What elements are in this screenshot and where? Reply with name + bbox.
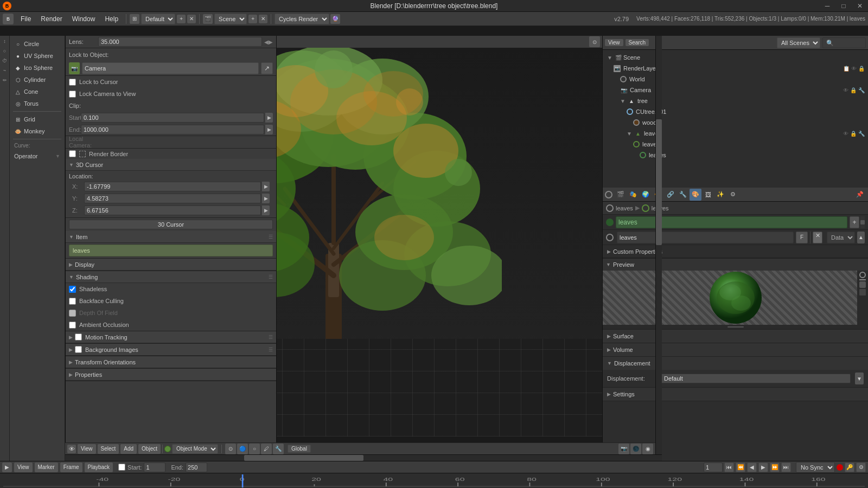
shading-header[interactable]: ▼ Shading ☰ — [66, 271, 276, 283]
leaves-mesh-lock[interactable]: 🔒 — [850, 131, 857, 137]
item-name-input[interactable] — [69, 245, 273, 256]
proportional-icon[interactable]: ○ — [249, 444, 260, 454]
add-button[interactable]: Add — [120, 444, 137, 454]
timeline-ruler[interactable]: -40 -20 0 20 40 60 80 100 120 140 160 — [0, 473, 868, 488]
viewport-display-icon[interactable]: ⊙ — [589, 36, 600, 47]
scene-collapse[interactable]: ▼ — [607, 55, 612, 61]
all-scenes-select[interactable]: All Scenes — [777, 37, 820, 48]
preview-cube-icon[interactable] — [859, 281, 866, 288]
render-menu[interactable]: Render — [36, 14, 66, 24]
props-particles-icon[interactable]: ✨ — [714, 189, 726, 201]
cursor-z-input[interactable] — [84, 206, 261, 215]
tree-item-leaves-mesh[interactable]: ▼ ▲ leaves 👁 🔒 🔧 — [604, 128, 867, 139]
leaves-mesh-render[interactable]: 🔧 — [858, 131, 865, 137]
data-x-button[interactable]: ✕ — [813, 232, 822, 243]
clip-start-input[interactable] — [81, 113, 264, 123]
data-browse-button[interactable]: ▲ — [857, 232, 865, 243]
data-name-input[interactable] — [617, 232, 794, 243]
strip-icon-obj[interactable]: ○ — [1, 47, 9, 55]
camera-input[interactable] — [82, 62, 259, 74]
props-pin-icon[interactable]: 📌 — [854, 189, 866, 201]
step-forward-button[interactable]: ⏩ — [770, 463, 780, 472]
tree-item-tree[interactable]: ▼ ▲ tree — [604, 95, 867, 106]
file-menu[interactable]: File — [16, 14, 35, 24]
scene-select[interactable]: Scene — [214, 14, 247, 24]
cursor-x-input[interactable] — [84, 182, 261, 191]
view-icon[interactable]: 👁 — [67, 445, 76, 453]
workspace-add-button[interactable]: + — [177, 15, 186, 23]
tree-item-leaves-mat[interactable]: leaves — [604, 139, 867, 150]
sidebar-item-circle[interactable]: ○ Circle — [11, 38, 63, 50]
snap-magnet-icon[interactable]: 🔵 — [237, 444, 248, 454]
displacement-select[interactable]: Default — [660, 374, 851, 383]
camera-browse-button[interactable]: ↗ — [261, 62, 273, 74]
displacement-header[interactable]: ▼ Displacement — [603, 357, 868, 370]
workspace-select[interactable]: Default — [141, 14, 175, 24]
tree-item-renderlayers[interactable]: 📷 RenderLayers 📋 👁 🔒 — [604, 63, 867, 74]
cursor-z-inc[interactable]: ▶ — [262, 206, 270, 215]
timeline-marker-button[interactable]: Marker — [35, 463, 58, 472]
tree-item-world[interactable]: World — [604, 74, 867, 85]
shading-icon[interactable]: 🌑 — [630, 444, 641, 454]
sidebar-item-uvsphere[interactable]: ● UV Sphere — [11, 50, 63, 62]
display-header[interactable]: ▶ Display — [66, 259, 276, 271]
lens-input[interactable] — [98, 37, 262, 47]
tree-item-cutree[interactable]: CUtree.001 — [604, 106, 867, 117]
item-header[interactable]: ▼ Item ☰ — [66, 231, 276, 243]
timeline-lock-checkbox[interactable] — [118, 464, 125, 471]
cursor-3d-header[interactable]: ▼ 3D Cursor — [66, 159, 276, 171]
view-button[interactable]: View — [78, 444, 96, 454]
viewport-vscrollbar[interactable] — [655, 36, 662, 454]
surface-header[interactable]: ▶ Surface — [603, 330, 868, 343]
tree-collapse[interactable]: ▼ — [620, 98, 626, 104]
props-world-icon[interactable]: 🌍 — [640, 189, 652, 201]
select-button[interactable]: Select — [98, 444, 119, 454]
leaves-mesh-eye[interactable]: 👁 — [843, 131, 848, 137]
render-engine-select[interactable]: Cycles Render — [275, 14, 329, 24]
material-name-input[interactable] — [616, 216, 847, 228]
maximize-button[interactable]: □ — [835, 0, 852, 12]
window-menu[interactable]: Window — [68, 14, 100, 24]
strip-icon-rel[interactable]: ↕ — [1, 37, 9, 46]
clip-start-inc[interactable]: ▶ — [265, 113, 273, 123]
strip-icon-phys[interactable]: ~ — [1, 66, 9, 75]
timeline-menu-button[interactable]: ⚙ — [856, 463, 866, 472]
jump-to-start-button[interactable]: ⏮ — [724, 463, 734, 472]
minimize-button[interactable]: ─ — [819, 0, 835, 12]
settings-header[interactable]: ▶ Settings — [603, 388, 868, 401]
sidebar-item-torus[interactable]: ◎ Torus — [11, 98, 63, 110]
tree-item-leaves-data[interactable]: leaves — [604, 150, 867, 160]
scene-view-button[interactable]: View — [605, 39, 623, 46]
rl-render-eye[interactable]: 🔒 — [858, 66, 865, 72]
close-button[interactable]: ✕ — [852, 0, 868, 12]
timeline-current-frame-input[interactable] — [704, 463, 723, 472]
viewport-hscroll-thumb[interactable] — [244, 455, 363, 461]
props-render-icon[interactable]: 🎬 — [615, 189, 627, 201]
props-physics-icon[interactable]: ⚙ — [727, 189, 739, 201]
timeline-frame-button[interactable]: Frame — [60, 463, 82, 472]
sidebar-item-cone[interactable]: △ Cone — [11, 86, 63, 98]
tree-item-camera[interactable]: 📷 Camera 👁 🔒 🔧 — [604, 85, 867, 95]
timeline-view-button[interactable]: View — [14, 463, 33, 472]
object-mode-select[interactable]: Object Mode — [172, 444, 218, 454]
camera-lock[interactable]: 🔒 — [850, 87, 857, 93]
preview-sphere-icon[interactable] — [859, 272, 866, 278]
backface-culling-checkbox[interactable] — [69, 298, 76, 305]
mat-single-user-button[interactable]: + — [850, 216, 859, 228]
motion-tracking-header[interactable]: ▶ Motion Tracking ☰ — [66, 331, 276, 343]
strip-icon-anim[interactable]: ⏱ — [1, 56, 9, 65]
tree-item-wood[interactable]: wood — [604, 117, 867, 128]
props-modifier-icon[interactable]: 🔧 — [677, 189, 689, 201]
rl-eye[interactable]: 👁 — [851, 66, 857, 72]
sculpt-icon[interactable]: 🖊 — [261, 444, 272, 454]
props-constraint-icon[interactable]: 🔗 — [665, 189, 676, 201]
sidebar-item-cylinder[interactable]: ⬡ Cylinder — [11, 74, 63, 86]
viewport-hscrollbar[interactable] — [65, 454, 662, 461]
object-button[interactable]: Object — [138, 444, 161, 454]
help-menu[interactable]: Help — [100, 14, 123, 24]
scene-add-button[interactable]: + — [248, 15, 257, 23]
play-reverse-button[interactable]: ◀ — [747, 463, 757, 472]
background-images-header[interactable]: ▶ Background Images ☰ — [66, 344, 276, 356]
pivot-icon[interactable]: ⊙ — [225, 444, 236, 454]
render-border-checkbox[interactable] — [69, 150, 76, 157]
